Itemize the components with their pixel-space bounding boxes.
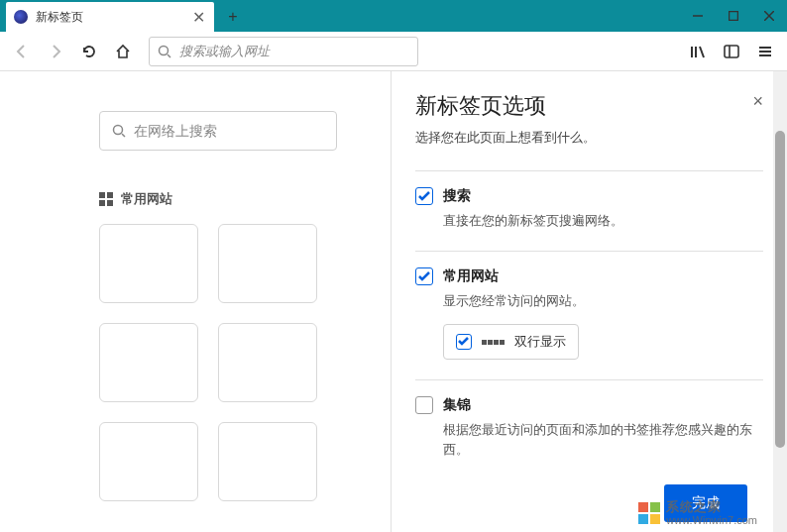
close-icon bbox=[764, 11, 774, 21]
scrollbar[interactable] bbox=[773, 71, 787, 532]
svg-point-4 bbox=[160, 46, 169, 54]
grid-icon bbox=[99, 192, 113, 206]
check-icon bbox=[418, 270, 430, 282]
close-window-button[interactable] bbox=[751, 0, 787, 32]
newtab-search-input[interactable] bbox=[134, 123, 324, 139]
home-button[interactable] bbox=[107, 36, 139, 67]
tab-favicon bbox=[14, 10, 28, 24]
panel-title: 新标签页选项 bbox=[415, 91, 546, 121]
done-button[interactable]: 完成 bbox=[664, 484, 747, 522]
library-icon bbox=[690, 44, 706, 59]
search-icon bbox=[112, 124, 126, 138]
arrow-left-icon bbox=[14, 44, 30, 59]
topsite-tile[interactable] bbox=[99, 323, 198, 402]
search-icon bbox=[158, 45, 171, 58]
content-area: 常用网站 新标签页选项 × 选择您在此页面上想看到什么。 搜索 直接在您的新标签… bbox=[0, 71, 787, 532]
arrow-right-icon bbox=[48, 44, 63, 59]
svg-line-5 bbox=[168, 54, 170, 57]
home-icon bbox=[115, 44, 131, 59]
hamburger-icon bbox=[757, 44, 773, 59]
window-controls bbox=[680, 0, 787, 32]
topsite-tile[interactable] bbox=[218, 224, 317, 303]
option-topsites: 常用网站 显示您经常访问的网站。 双行显示 bbox=[415, 251, 763, 380]
sidebar-button[interactable] bbox=[716, 36, 747, 67]
address-bar[interactable] bbox=[149, 37, 418, 66]
topsites-option-desc: 显示您经常访问的网站。 bbox=[443, 291, 763, 311]
option-highlights: 集锦 根据您最近访问的页面和添加的书签推荐您感兴趣的东西。 bbox=[415, 379, 763, 479]
check-icon bbox=[418, 190, 430, 202]
back-button[interactable] bbox=[6, 36, 38, 67]
rows-sub-option[interactable]: 双行显示 bbox=[443, 324, 579, 360]
minimize-button[interactable] bbox=[680, 0, 716, 32]
minimize-icon bbox=[693, 11, 703, 21]
maximize-button[interactable] bbox=[716, 0, 751, 32]
panel-close-button[interactable]: × bbox=[752, 91, 763, 112]
rows-label: 双行显示 bbox=[514, 333, 566, 351]
check-icon bbox=[458, 336, 470, 348]
option-search: 搜索 直接在您的新标签页搜遍网络。 bbox=[415, 170, 763, 251]
highlights-option-desc: 根据您最近访问的页面和添加的书签推荐您感兴趣的东西。 bbox=[443, 420, 763, 459]
topsites-label: 常用网站 bbox=[121, 190, 172, 208]
sidebar-icon bbox=[724, 44, 739, 59]
highlights-option-label: 集锦 bbox=[443, 396, 471, 414]
search-option-label: 搜索 bbox=[443, 187, 471, 205]
forward-button[interactable] bbox=[40, 36, 71, 67]
svg-rect-1 bbox=[730, 12, 738, 21]
topsite-tile[interactable] bbox=[99, 422, 198, 501]
reload-button[interactable] bbox=[73, 36, 105, 67]
toolbar bbox=[0, 32, 787, 71]
topsites-checkbox[interactable] bbox=[415, 267, 433, 285]
search-checkbox[interactable] bbox=[415, 187, 433, 205]
close-tab-icon[interactable]: ✕ bbox=[190, 9, 206, 25]
tab-strip: 新标签页 ✕ + bbox=[0, 2, 680, 32]
reload-icon bbox=[81, 44, 97, 59]
tab-title: 新标签页 bbox=[36, 9, 190, 26]
topsite-tile[interactable] bbox=[218, 323, 317, 402]
maximize-icon bbox=[729, 11, 738, 21]
url-input[interactable] bbox=[179, 44, 409, 58]
svg-line-15 bbox=[122, 134, 125, 137]
newtab-search-bar[interactable] bbox=[99, 111, 337, 151]
rows-checkbox[interactable] bbox=[456, 334, 472, 350]
titlebar: 新标签页 ✕ + bbox=[0, 0, 787, 32]
new-tab-button[interactable]: + bbox=[218, 2, 248, 32]
browser-tab[interactable]: 新标签页 ✕ bbox=[6, 2, 214, 32]
menu-button[interactable] bbox=[749, 36, 781, 67]
grid-icon bbox=[482, 340, 505, 345]
library-button[interactable] bbox=[682, 36, 714, 67]
topsite-tile[interactable] bbox=[218, 422, 317, 501]
newtab-options-panel: 新标签页选项 × 选择您在此页面上想看到什么。 搜索 直接在您的新标签页搜遍网络… bbox=[391, 71, 787, 532]
svg-point-14 bbox=[114, 126, 123, 135]
svg-line-8 bbox=[700, 47, 704, 57]
topsites-grid bbox=[99, 224, 396, 501]
topsite-tile[interactable] bbox=[99, 224, 198, 303]
svg-rect-9 bbox=[725, 46, 738, 57]
scrollbar-thumb[interactable] bbox=[775, 131, 785, 448]
search-option-desc: 直接在您的新标签页搜遍网络。 bbox=[443, 211, 763, 231]
panel-subtitle: 选择您在此页面上想看到什么。 bbox=[415, 129, 763, 147]
topsites-option-label: 常用网站 bbox=[443, 267, 499, 285]
highlights-checkbox[interactable] bbox=[415, 396, 433, 414]
